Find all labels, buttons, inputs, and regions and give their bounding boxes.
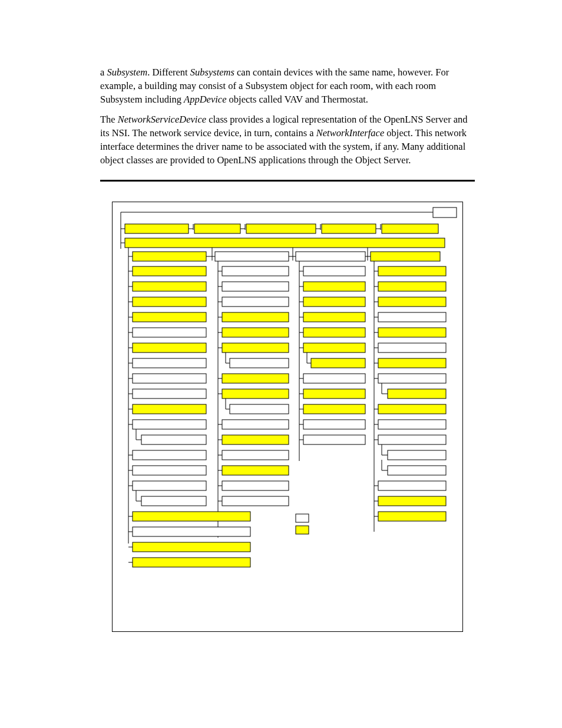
svg-rect-86 <box>222 328 289 337</box>
svg-rect-1 <box>433 207 457 218</box>
svg-rect-93 <box>222 374 289 383</box>
svg-rect-76 <box>133 558 250 567</box>
term-networkinterface: NetworkInterface <box>316 127 384 139</box>
svg-rect-170 <box>378 496 446 506</box>
svg-rect-173 <box>296 514 309 522</box>
svg-rect-151 <box>378 374 446 383</box>
svg-rect-91 <box>230 358 289 368</box>
svg-rect-63 <box>133 466 206 475</box>
object-hierarchy-diagram <box>112 202 463 632</box>
svg-rect-26 <box>296 252 365 261</box>
svg-rect-44 <box>133 328 206 337</box>
text: objects called VAV and Thermostat. <box>226 94 368 105</box>
svg-rect-70 <box>133 512 250 521</box>
svg-rect-17 <box>382 224 438 233</box>
svg-rect-100 <box>222 420 289 429</box>
svg-rect-56 <box>133 420 206 429</box>
svg-rect-74 <box>133 542 250 552</box>
text: The <box>100 114 118 125</box>
svg-rect-129 <box>303 389 365 398</box>
svg-rect-72 <box>133 527 250 536</box>
svg-rect-11 <box>246 224 316 233</box>
svg-rect-122 <box>303 343 365 353</box>
svg-rect-84 <box>222 312 289 322</box>
divider <box>100 180 475 182</box>
svg-rect-80 <box>222 282 289 291</box>
paragraph-1: a Subsystem. Different Subsystems can co… <box>100 66 475 106</box>
svg-rect-168 <box>378 481 446 490</box>
svg-rect-48 <box>133 358 206 368</box>
term-networkservicedevice: NetworkServiceDevice <box>118 114 206 125</box>
svg-rect-147 <box>378 343 446 353</box>
svg-rect-50 <box>133 374 206 383</box>
svg-rect-68 <box>141 496 206 506</box>
svg-rect-158 <box>378 420 446 429</box>
text: . Different <box>147 67 190 78</box>
svg-rect-78 <box>222 266 289 276</box>
svg-rect-24 <box>133 252 206 261</box>
svg-rect-106 <box>222 466 289 475</box>
svg-rect-112 <box>303 266 365 276</box>
svg-rect-131 <box>303 404 365 414</box>
svg-rect-38 <box>133 282 206 291</box>
svg-rect-8 <box>194 224 240 233</box>
svg-rect-102 <box>222 435 289 444</box>
svg-rect-19 <box>125 238 445 248</box>
svg-rect-108 <box>222 481 289 490</box>
svg-rect-139 <box>378 282 446 291</box>
svg-rect-137 <box>378 266 446 276</box>
svg-rect-42 <box>133 312 206 322</box>
svg-rect-52 <box>133 389 206 398</box>
svg-rect-95 <box>222 389 289 398</box>
svg-rect-14 <box>322 224 376 233</box>
svg-rect-116 <box>303 297 365 307</box>
svg-rect-160 <box>378 435 446 444</box>
svg-rect-98 <box>230 404 289 414</box>
svg-rect-110 <box>222 496 289 506</box>
svg-rect-46 <box>133 343 206 353</box>
text: a <box>100 67 107 78</box>
svg-rect-40 <box>133 297 206 307</box>
svg-rect-5 <box>125 224 189 233</box>
svg-rect-149 <box>378 358 446 368</box>
svg-rect-120 <box>303 328 365 337</box>
svg-rect-114 <box>303 282 365 291</box>
svg-rect-125 <box>311 358 365 368</box>
term-subsystems: Subsystems <box>190 67 234 78</box>
svg-rect-154 <box>388 389 446 398</box>
svg-rect-174 <box>296 526 309 534</box>
svg-rect-36 <box>133 266 206 276</box>
svg-rect-143 <box>378 312 446 322</box>
svg-rect-166 <box>388 466 446 475</box>
svg-rect-156 <box>378 404 446 414</box>
svg-rect-172 <box>378 512 446 521</box>
svg-rect-104 <box>222 450 289 460</box>
svg-rect-135 <box>303 435 365 444</box>
svg-rect-88 <box>222 343 289 353</box>
svg-rect-145 <box>378 328 446 337</box>
svg-rect-127 <box>303 374 365 383</box>
svg-rect-141 <box>378 297 446 307</box>
term-subsystem: Subsystem <box>107 67 147 78</box>
svg-rect-61 <box>133 450 206 460</box>
svg-rect-25 <box>215 252 289 261</box>
svg-rect-59 <box>141 435 206 444</box>
svg-rect-163 <box>388 450 446 460</box>
svg-rect-118 <box>303 312 365 322</box>
svg-rect-54 <box>133 404 206 414</box>
svg-rect-133 <box>303 420 365 429</box>
paragraph-2: The NetworkServiceDevice class provides … <box>100 113 475 167</box>
svg-rect-82 <box>222 297 289 307</box>
svg-rect-27 <box>371 252 440 261</box>
svg-rect-65 <box>133 481 206 490</box>
term-appdevice: AppDevice <box>184 94 226 105</box>
